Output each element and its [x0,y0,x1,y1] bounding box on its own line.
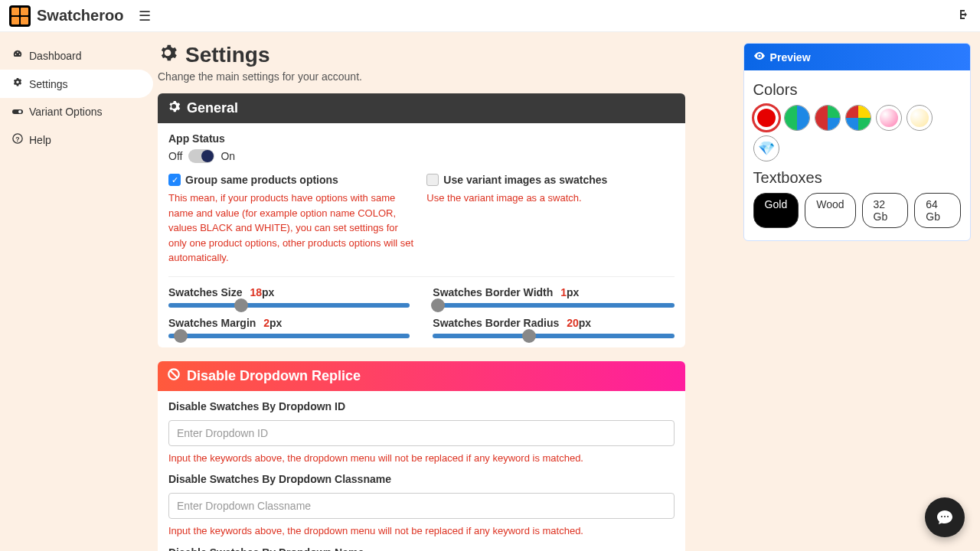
swatches-margin-value: 2 [263,317,270,329]
preview-colors-label: Colors [753,81,961,99]
gears-icon [167,99,181,117]
disable-by-id-label: Disable Swatches By Dropdown ID [168,400,675,412]
variant-images-help: Use the variant image as a swatch. [426,191,674,206]
swatches-size-label: Swatches Size [168,286,243,298]
disable-by-id-input[interactable] [168,420,675,446]
disable-by-id-help: Input the keywords above, the dropdown m… [168,451,675,466]
sidebar: Dashboard Settings Variant Options ? Hel… [0,32,153,551]
color-swatch-gem[interactable]: 💎 [753,135,779,161]
dashboard-icon [12,49,23,62]
sidebar-item-label: Dashboard [29,50,82,62]
color-swatch-pink-gradient[interactable] [876,105,902,131]
sidebar-item-label: Help [29,134,51,146]
question-icon: ? [12,133,23,146]
sidebar-item-variant-options[interactable]: Variant Options [0,98,153,126]
disable-by-class-label: Disable Swatches By Dropdown Classname [168,473,675,485]
svg-line-5 [171,370,178,377]
logo: Swatcheroo [9,5,123,27]
preview-textboxes-label: Textboxes [753,169,961,187]
panel-title: General [187,100,238,116]
swatches-size-value: 18 [250,286,262,298]
panel-header-disable: Disable Dropdown Replice [158,361,685,391]
disable-by-class-input[interactable] [168,493,675,519]
group-products-help: This mean, if your products have options… [168,191,416,266]
toggle-on-label: On [220,150,235,162]
textbox-pill-gold[interactable]: Gold [753,193,799,228]
disable-by-class-help: Input the keywords above, the dropdown m… [168,523,675,539]
app-status-toggle[interactable] [188,149,214,163]
variant-images-checkbox[interactable] [426,174,439,186]
menu-toggle-icon[interactable]: ☰ [139,8,151,24]
gears-icon [158,43,178,67]
logo-icon [9,5,31,27]
swatches-margin-slider[interactable] [168,334,410,338]
eye-icon [753,50,766,64]
border-radius-value: 20 [567,317,579,329]
page-title: Settings [185,43,270,67]
variant-images-label: Use variant images as swatches [443,174,607,186]
group-products-label: Group same products options [185,174,338,186]
logout-icon[interactable] [959,8,971,24]
chat-button[interactable] [925,497,965,537]
sidebar-item-label: Variant Options [29,106,102,118]
app-name: Swatcheroo [37,7,123,24]
swatches-size-slider[interactable] [168,303,410,308]
border-width-label: Swatches Border Width [433,286,553,298]
app-status-label: App Status [168,132,675,145]
swatches-margin-label: Swatches Margin [168,317,256,329]
svg-text:?: ? [15,135,19,143]
disable-by-name-label: Disable Swatches By Dropdown Name [168,546,675,552]
border-width-value: 1 [560,286,567,298]
border-radius-label: Swatches Border Radius [433,317,559,329]
svg-point-6 [758,55,760,57]
textbox-pill-wood[interactable]: Wood [805,193,855,228]
sidebar-item-label: Settings [29,78,68,90]
page-subtitle: Change the main settings for your accoun… [158,70,685,83]
toggle-icon [12,106,23,118]
sidebar-item-help[interactable]: ? Help [0,126,153,154]
color-swatch-cream-gradient[interactable] [906,105,933,131]
color-swatch-tri[interactable] [815,105,841,131]
panel-title: Disable Dropdown Replice [187,368,361,384]
gears-icon [12,77,23,90]
preview-title: Preview [770,51,811,64]
sidebar-item-settings[interactable]: Settings [0,70,153,98]
ban-icon [167,367,181,385]
preview-header: Preview [744,44,970,70]
toggle-off-label: Off [168,150,182,162]
color-swatch-red[interactable] [753,105,779,131]
color-swatch-quad[interactable] [845,105,871,131]
svg-point-1 [18,110,21,113]
group-products-checkbox[interactable]: ✓ [168,174,181,186]
textbox-pill-32gb[interactable]: 32 Gb [862,193,909,228]
sidebar-item-dashboard[interactable]: Dashboard [0,41,153,70]
color-swatch-green-blue[interactable] [784,105,810,131]
panel-header-general: General [158,93,685,123]
border-width-slider[interactable] [433,303,674,308]
textbox-pill-64gb[interactable]: 64 Gb [914,193,961,228]
border-radius-slider[interactable] [433,334,674,338]
